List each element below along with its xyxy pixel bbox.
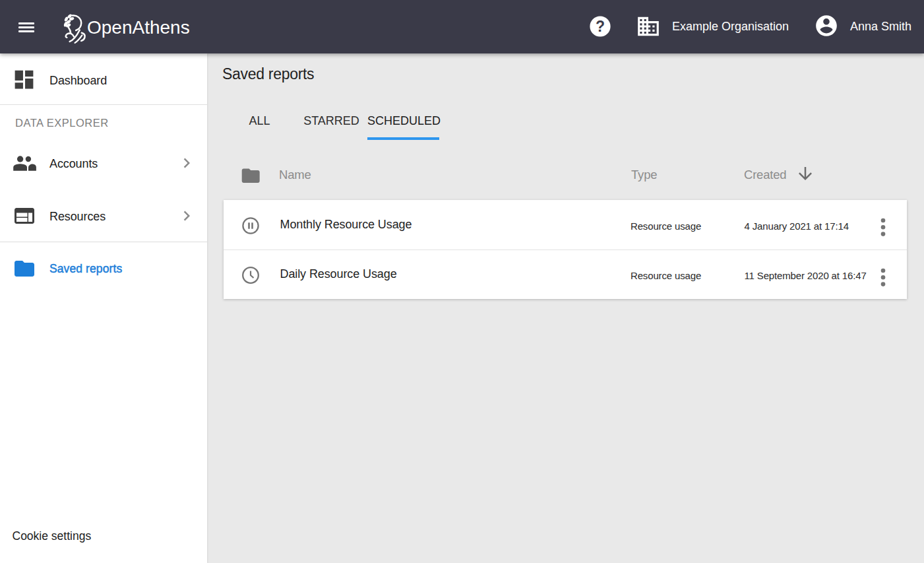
svg-text:?: ? <box>596 18 605 35</box>
